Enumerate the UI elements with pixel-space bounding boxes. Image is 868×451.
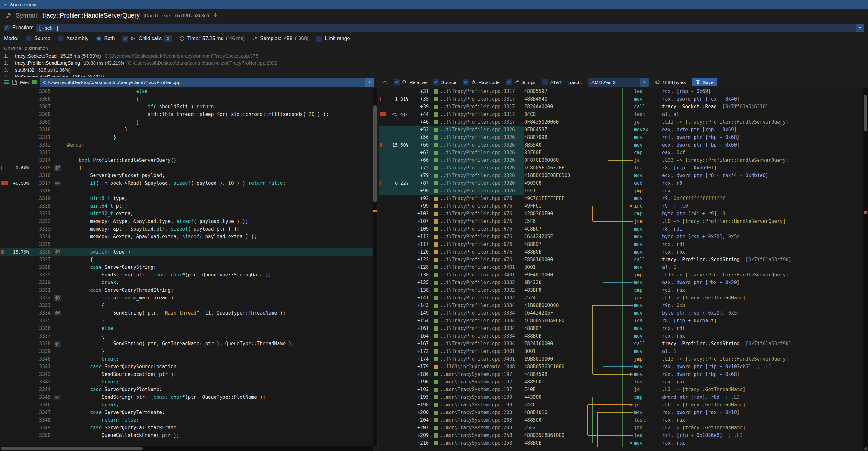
source-line[interactable]: 0.66%3315@7 { bbox=[0, 164, 373, 172]
asm-row[interactable]: 15.50%+60..t\TracyProfiler.cpp:33268B55A… bbox=[379, 141, 863, 149]
asm-row[interactable]: +135..t\TracyProfiler.cpp:33328B4320move… bbox=[379, 279, 863, 286]
asm-row[interactable]: +200..mon\TracySystem.cpp:203488B4010mov… bbox=[379, 409, 863, 416]
asm-row[interactable]: +128..t\TracyProfiler.cpp:3401B001moval,… bbox=[379, 263, 863, 271]
radio-source[interactable]: Source bbox=[26, 36, 50, 41]
file-list-icon[interactable] bbox=[3, 80, 9, 85]
asm-row[interactable]: +120..t\TracyProfiler.hpp:676488BCBmovrc… bbox=[379, 248, 863, 256]
save-button[interactable]: Save bbox=[692, 78, 717, 86]
source-line[interactable]: 3345@1 SendString( ptr, (const char*)ptr… bbox=[0, 393, 373, 401]
asm-row[interactable]: +172..t\TracyProfiler.cpp:3401B001moval,… bbox=[379, 348, 863, 355]
child-call-row[interactable]: 4.KeSynchronizeExecution125 μs (0.27%) bbox=[4, 73, 864, 77]
asm-row[interactable]: +141..t\TracyProfiler.cpp:33327524jne.L1… bbox=[379, 294, 863, 302]
asm-row[interactable]: +107..t\TracyProfiler.hpp:67675F6jne.L0 … bbox=[379, 217, 863, 225]
asm-row[interactable]: +99..t\TracyProfiler.hpp:67649FFC1incr9 … bbox=[379, 202, 863, 210]
asm-row[interactable]: +204..mon\TracySystem.cpp:2034885C0testr… bbox=[379, 416, 863, 424]
asm-row[interactable]: +207..mon\TracySystem.cpp:20375F2jne.L2 … bbox=[379, 424, 863, 431]
asm-row[interactable]: +66..t\TracyProfiler.cpp:33260F87CE06000… bbox=[379, 156, 863, 164]
source-line[interactable]: 3331 case ServerQueryThreadString: bbox=[0, 286, 373, 294]
asm-row[interactable]: 1.31%+35..t\TracyProfiler.cpp:3317488B49… bbox=[379, 95, 863, 103]
asm-row[interactable]: +179..1103\include\atomic:1048488B05B63C… bbox=[379, 363, 863, 370]
asm-row[interactable]: +167..t\TracyProfiler.cpp:3334E824160000… bbox=[379, 340, 863, 348]
source-vscroll-handle[interactable] bbox=[373, 106, 376, 202]
source-toggle[interactable]: Source bbox=[433, 79, 457, 85]
limit-range-checkbox[interactable] bbox=[316, 36, 322, 42]
asm-row[interactable]: +72..t\TracyProfiler.cpp:33264C8D05F146F… bbox=[379, 164, 863, 172]
asm-row[interactable]: +79..t\TracyProfiler.cpp:3326418B8C80E0B… bbox=[379, 172, 863, 179]
asm-row[interactable]: +112..t\TracyProfiler.hpp:676C64424205Em… bbox=[379, 233, 863, 240]
asm-row[interactable]: +90..t\TracyProfiler.cpp:3326FFE1jmprcx bbox=[379, 187, 863, 194]
source-line[interactable]: 3314 bool Profiler::HandleServerQuery() bbox=[0, 156, 373, 164]
source-hscroll-handle[interactable] bbox=[1, 447, 143, 450]
titlebar[interactable]: ▼ Source view bbox=[0, 0, 868, 9]
relative-checkbox[interactable] bbox=[394, 79, 400, 85]
source-line[interactable]: 3340 break; bbox=[0, 355, 373, 363]
asm-row[interactable]: +195..mon\TracySystem.cpp:199443900cmpdw… bbox=[379, 393, 863, 401]
source-line[interactable]: 3305 else bbox=[0, 88, 373, 95]
source-line[interactable]: 3344 case ServerQueryPlotName: bbox=[0, 386, 373, 393]
source-line[interactable]: 3312#endif bbox=[0, 141, 373, 149]
source-line[interactable]: 15.79%3326@9 switch( type ) bbox=[0, 248, 373, 256]
source-line[interactable]: 3343 break; bbox=[0, 378, 373, 386]
source-line[interactable]: 3322 memcpy( &type, &payload.type, sizeo… bbox=[0, 217, 373, 225]
asm-row[interactable]: +209..mon\TracySystem.cpp:258488D35E8861… bbox=[379, 431, 863, 439]
asm-row[interactable]: +143..t\TracyProfiler.cpp:333441B90B0000… bbox=[379, 302, 863, 309]
raw-code-checkbox[interactable] bbox=[463, 79, 469, 85]
collapse-arrow-icon[interactable]: ▼ bbox=[3, 3, 7, 6]
radio-assembly[interactable]: Assembly bbox=[58, 36, 88, 41]
asm-row[interactable]: +149..t\TracyProfiler.cpp:3334C64424205F… bbox=[379, 309, 863, 317]
child-calls-expand-button[interactable] bbox=[164, 35, 172, 42]
asm-row[interactable]: +52..t\TracyProfiler.cpp:33260FB64597mov… bbox=[379, 126, 863, 133]
asm-row[interactable]: +63..t\TracyProfiler.cpp:332683F80Fcmpea… bbox=[379, 149, 863, 156]
asm-vscroll-handle[interactable] bbox=[864, 95, 867, 131]
source-line[interactable]: 3323 memcpy( &ptr, &payload.ptr, sizeof(… bbox=[0, 225, 373, 233]
source-line[interactable]: 3350 QueueCallstackFrame( ptr ); bbox=[0, 431, 373, 439]
file-combo[interactable]: C:\Users\wolf\Desktop\darkrl\contrib\tra… bbox=[40, 78, 374, 87]
asm-row[interactable]: 45.41%+44..t\TracyProfiler.cpp:331784C0t… bbox=[379, 111, 863, 118]
source-line[interactable]: 3316 ServerQueryPacket payload; bbox=[0, 172, 373, 179]
asm-row[interactable]: +174..t\TracyProfiler.cpp:3401E9B8010000… bbox=[379, 355, 863, 363]
source-line[interactable]: 46.93%3317@5 if( !m_sock->Read( &payload… bbox=[0, 179, 373, 187]
source-line[interactable]: 3348 return false; bbox=[0, 416, 373, 424]
asm-row[interactable]: +109..t\TracyProfiler.hpp:6764C8BC7movr8… bbox=[379, 225, 863, 233]
source-line[interactable]: 3329 SendString( ptr, (const char*)ptr, … bbox=[0, 271, 373, 279]
source-line[interactable]: 3319 uint8_t type; bbox=[0, 194, 373, 202]
source-line[interactable]: 3342 SendSourceLocation( ptr ); bbox=[0, 370, 373, 378]
source-line[interactable]: 3328 case ServerQueryString: bbox=[0, 263, 373, 271]
radio-both[interactable]: Both bbox=[96, 36, 115, 41]
source-line[interactable]: 3320 uint64_t ptr; bbox=[0, 202, 373, 210]
asm-row[interactable]: +198..mon\TracySystem.cpp:199744Cje.L6 -… bbox=[379, 401, 863, 409]
source-line[interactable]: 3325 bbox=[0, 240, 373, 248]
asm-row[interactable]: +56..t\TracyProfiler.cpp:3326488B7D98mov… bbox=[379, 133, 863, 141]
asm-row[interactable]: +193..mon\TracySystem.cpp:197740Eje.L3 -… bbox=[379, 386, 863, 393]
source-line[interactable]: 3324 memcpy( &extra, &payload.extra, siz… bbox=[0, 233, 373, 240]
source-line[interactable]: 3347 case ServerQueryTerminate: bbox=[0, 409, 373, 416]
source-line[interactable]: 3339 } bbox=[0, 348, 373, 355]
child-calls-toggle[interactable]: Child calls bbox=[122, 35, 172, 42]
asm-row[interactable]: +154..t\TracyProfiler.cpp:33344C8D055FBA… bbox=[379, 317, 863, 325]
asm-row[interactable]: +216..mon\TracySystem.cpp:258488BCEmovrc… bbox=[379, 439, 863, 447]
source-line[interactable]: 3309 } bbox=[0, 118, 373, 126]
source-line[interactable]: 3308 std::this_thread::sleep_for( std::c… bbox=[0, 111, 373, 118]
child-call-row[interactable]: 3.stat64i32625 μs (1.36%) bbox=[4, 66, 864, 73]
asm-row[interactable]: +39..t\TracyProfiler.cpp:3317E824AA0000c… bbox=[379, 103, 863, 111]
source-vertical-scrollbar[interactable] bbox=[373, 88, 377, 446]
raw-code-toggle[interactable]: Raw code bbox=[463, 79, 500, 85]
child-call-row[interactable]: 2.tracy::Profiler::SendLongString19.88 m… bbox=[4, 60, 864, 66]
source-line[interactable]: 3306 { bbox=[0, 95, 373, 103]
asm-row[interactable]: +123..t\TracyProfiler.hpp:676E850160000c… bbox=[379, 256, 863, 263]
asm-row[interactable]: +161..t\TracyProfiler.cpp:3334488BD7movr… bbox=[379, 325, 863, 332]
asm-row[interactable]: +46..t\TracyProfiler.cpp:33170F843502000… bbox=[379, 118, 863, 126]
resize-grip[interactable] bbox=[863, 446, 867, 450]
asm-row[interactable]: +138..t\TracyProfiler.cpp:3332483BF8cmpr… bbox=[379, 286, 863, 294]
asm-vertical-scrollbar[interactable] bbox=[863, 88, 868, 451]
asm-row[interactable]: +117..t\TracyProfiler.hpp:676488BD7movrd… bbox=[379, 240, 863, 248]
source-line[interactable]: 3337 { bbox=[0, 332, 373, 340]
source-line[interactable]: 3346 break; bbox=[0, 401, 373, 409]
source-line[interactable]: 3318 bbox=[0, 187, 373, 194]
source-line[interactable]: 3310 } bbox=[0, 126, 373, 133]
source-line[interactable]: 3349 case ServerQueryCallstackFrame: bbox=[0, 424, 373, 431]
source-line[interactable]: 3338@1 SendString( ptr, GetThreadName( p… bbox=[0, 340, 373, 348]
function-combo[interactable]: [ - self - ] ▼ bbox=[36, 24, 865, 32]
jumps-checkbox[interactable] bbox=[506, 79, 512, 85]
source-line[interactable]: 3313 bbox=[0, 149, 373, 156]
